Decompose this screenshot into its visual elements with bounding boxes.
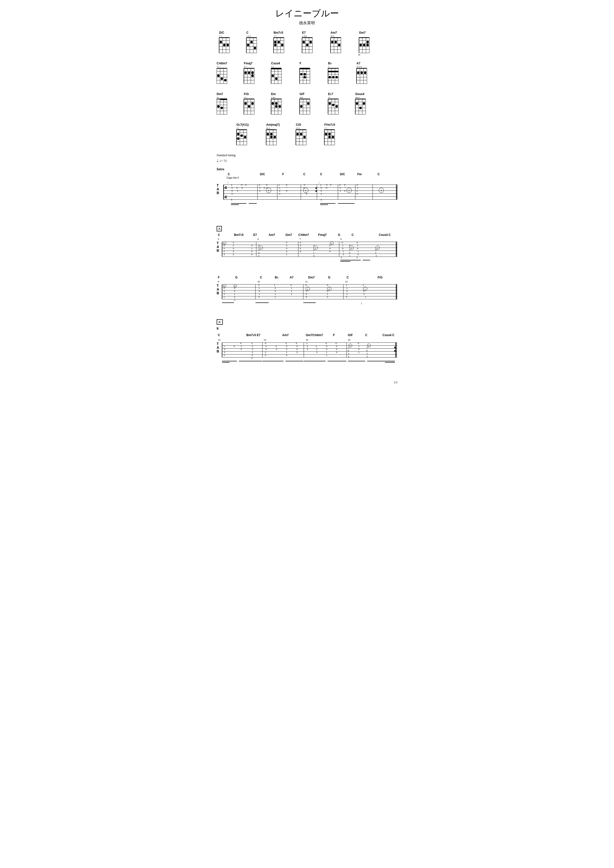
svg-text:0: 0	[251, 253, 253, 256]
svg-text:×: ×	[328, 65, 329, 68]
svg-text:0: 0	[366, 349, 367, 352]
svg-text:0: 0	[265, 348, 267, 350]
svg-text:2: 2	[357, 256, 358, 259]
svg-text:3: 3	[348, 355, 349, 358]
svg-text:1: 1	[259, 287, 260, 289]
svg-point-28	[250, 41, 253, 43]
svg-text:2: 2	[252, 351, 253, 353]
svg-text:0: 0	[349, 252, 350, 254]
svg-point-288	[244, 136, 247, 138]
svg-text:1: 1	[326, 354, 327, 356]
svg-text:1: 1	[279, 187, 280, 189]
svg-text:1: 1	[291, 290, 292, 292]
svg-text:xo o: xo o	[330, 35, 335, 37]
svg-text:3: 3	[234, 299, 235, 301]
svg-point-73	[331, 41, 333, 43]
svg-text:3: 3	[233, 250, 234, 253]
svg-point-286	[237, 133, 239, 135]
svg-text:Am7: Am7	[330, 31, 337, 34]
chord-row-4: G♭7(♯11) x x Am(maj7) xo o C/G	[217, 123, 353, 152]
svg-text:3: 3	[326, 184, 327, 186]
svg-text:0: 0	[258, 284, 259, 286]
section-aprime-box: A'	[217, 319, 223, 325]
svg-text:0: 0	[358, 253, 359, 256]
svg-text:0: 0	[265, 354, 266, 356]
svg-point-181	[357, 71, 360, 74]
svg-text:0: 0	[223, 244, 225, 247]
svg-point-227	[275, 102, 278, 105]
svg-text:F♯m7♭5: F♯m7♭5	[324, 123, 335, 127]
svg-text:ooo: ooo	[299, 96, 303, 99]
svg-text:3fr: 3fr	[358, 54, 360, 56]
svg-text:C: C	[260, 276, 262, 279]
svg-point-183	[364, 71, 366, 74]
svg-point-305	[270, 136, 273, 138]
svg-text:1: 1	[231, 184, 232, 186]
svg-text:C: C	[303, 172, 305, 176]
svg-text:A: A	[217, 287, 219, 291]
svg-text:0: 0	[321, 187, 322, 189]
svg-text:3: 3	[348, 352, 349, 355]
svg-text:1: 1	[286, 351, 287, 353]
intro-section: Intro C D/C F C C D/C Fm C Capo fret 4 T…	[217, 167, 397, 222]
section-a2-wrapper: F G C B♭ A7 Dm7 G C F/G T A B 9 10 11 12…	[217, 275, 397, 316]
svg-point-27	[247, 44, 249, 46]
svg-text:8: 8	[340, 238, 342, 240]
svg-text:3: 3	[279, 192, 280, 195]
svg-text:0: 0	[251, 244, 253, 247]
svg-text:3: 3	[286, 189, 287, 192]
svg-point-258	[335, 105, 338, 108]
svg-text:0: 0	[240, 342, 241, 344]
svg-text:1: 1	[357, 244, 358, 247]
svg-text:1: 1	[326, 351, 327, 353]
svg-text:1: 1	[286, 253, 287, 256]
svg-text:C: C	[218, 333, 220, 337]
svg-text:1: 1	[237, 189, 238, 192]
svg-point-43	[274, 44, 276, 46]
chord-row-1: D/C × × C × o o Bm7♭5 × ×	[217, 31, 397, 60]
svg-text:1: 1	[274, 293, 276, 295]
svg-text:Fmaj7: Fmaj7	[244, 62, 253, 65]
svg-text:2: 2	[241, 345, 242, 347]
svg-text:0: 0	[327, 290, 328, 292]
svg-point-120	[248, 71, 250, 74]
svg-text:2: 2	[224, 351, 225, 353]
tuning-info: Standard tuning	[217, 153, 397, 157]
svg-point-136	[271, 74, 274, 77]
svg-point-58	[302, 41, 305, 43]
svg-text:3: 3	[223, 354, 225, 356]
svg-text:G: G	[328, 276, 330, 279]
svg-text:0: 0	[290, 284, 291, 286]
svg-text:C: C	[352, 233, 354, 237]
svg-point-289	[237, 137, 239, 140]
svg-text:2: 2	[258, 249, 259, 251]
svg-text:3: 3	[300, 244, 301, 247]
svg-text:1: 1	[274, 296, 276, 298]
svg-text:3: 3	[303, 187, 304, 189]
svg-text:3: 3	[341, 256, 342, 259]
svg-point-42	[274, 41, 276, 43]
svg-text:1: 1	[223, 345, 225, 347]
svg-text:0: 0	[266, 184, 267, 186]
svg-point-256	[329, 102, 331, 105]
svg-text:A: A	[217, 187, 219, 191]
svg-text:13: 13	[218, 339, 220, 341]
svg-text:3: 3	[316, 351, 318, 353]
svg-text:3: 3	[363, 290, 364, 292]
svg-text:Gm7C♯dim7: Gm7C♯dim7	[306, 333, 323, 337]
svg-text:F: F	[333, 333, 335, 337]
svg-text:3: 3	[305, 189, 306, 192]
svg-point-166	[329, 76, 331, 79]
svg-text:1: 1	[346, 287, 347, 289]
svg-text:0: 0	[234, 287, 235, 289]
svg-point-14	[226, 44, 229, 46]
tempo-info: ♩ ♩= 72	[217, 158, 397, 163]
svg-text:2: 2	[233, 244, 234, 247]
section-a-tab: C Bm7♭5 E7 Am7 Gm7 C♯dim7 Fmaj7 G C Csus…	[217, 232, 397, 272]
svg-text:×  ×: × ×	[274, 35, 276, 37]
svg-text:3: 3	[343, 253, 344, 256]
svg-text:Dm7: Dm7	[217, 92, 223, 96]
svg-text:C: C	[218, 233, 220, 237]
svg-point-152	[304, 76, 306, 79]
chord-diagrams-section: D/C × × C × o o Bm7♭5 × ×	[217, 31, 397, 153]
